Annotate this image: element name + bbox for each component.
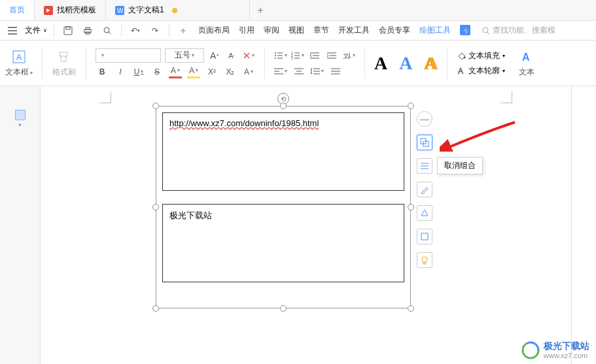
textbox-button[interactable]: A 文本框 xyxy=(5,48,33,78)
increase-indent-button[interactable] xyxy=(325,49,338,62)
svg-point-14 xyxy=(275,58,276,59)
separator xyxy=(264,48,265,79)
redo-button[interactable]: ↷ xyxy=(148,24,162,38)
textbox-2[interactable]: 极光下载站 xyxy=(162,204,404,282)
highlight-button[interactable]: A xyxy=(187,65,200,78)
menu-tab-reference[interactable]: 引用 xyxy=(239,25,254,36)
ribbon: A 文本框 格式刷 五号 A+ A- B I U S A A X² X₂ A xyxy=(0,41,596,86)
distribute-button[interactable] xyxy=(329,65,342,78)
text-style-a1[interactable]: A xyxy=(374,53,387,74)
line-spacing-button[interactable] xyxy=(311,65,324,78)
shape-tool-button[interactable] xyxy=(417,205,432,221)
increase-font-button[interactable]: A+ xyxy=(208,49,221,62)
resize-handle[interactable] xyxy=(152,204,159,210)
resize-handle[interactable] xyxy=(408,204,414,210)
save-button[interactable] xyxy=(61,24,75,38)
pen-tool-button[interactable] xyxy=(417,182,432,197)
separator xyxy=(447,48,447,79)
watermark-url: www.xz7.com xyxy=(544,352,589,360)
separator xyxy=(54,25,54,37)
svg-rect-3 xyxy=(64,27,72,35)
subscript-button[interactable]: X₂ xyxy=(224,65,237,78)
tab-home[interactable]: 首页 xyxy=(0,0,35,20)
text-style-a2[interactable]: A xyxy=(399,53,412,74)
italic-button[interactable]: I xyxy=(114,65,127,78)
svg-text:文: 文 xyxy=(343,52,349,59)
superscript-button[interactable]: X² xyxy=(205,65,219,78)
menu-tab-review[interactable]: 审阅 xyxy=(264,25,279,36)
tab-template[interactable]: 找稻壳模板 xyxy=(35,0,106,20)
format-badge[interactable]: ぅ xyxy=(460,25,470,35)
menu-tab-drawing[interactable]: 绘图工具 xyxy=(419,25,451,36)
bullet-list-button[interactable] xyxy=(274,49,287,62)
frame-tool-button[interactable] xyxy=(417,229,432,244)
separator xyxy=(121,25,122,37)
svg-text:A: A xyxy=(16,53,22,62)
document-canvas[interactable]: ⟲ http://www.xz7.com/downinfo/1985.html … xyxy=(41,86,571,364)
search-placeholder: 查找功能、搜索模 xyxy=(493,25,555,36)
annotation-arrow-icon xyxy=(440,119,518,152)
decrease-font-button[interactable]: A- xyxy=(225,49,238,62)
expand-button[interactable] xyxy=(176,24,190,38)
separator xyxy=(86,48,86,79)
bold-button[interactable]: B xyxy=(96,65,109,78)
font-size-select[interactable]: 五号 xyxy=(165,48,204,63)
font-family-select[interactable] xyxy=(96,48,161,63)
text-style-a3[interactable]: A xyxy=(424,53,437,74)
word-icon: W xyxy=(115,6,124,15)
number-list-button[interactable]: 123 xyxy=(291,49,304,62)
text-direction-button[interactable]: 文 xyxy=(342,49,355,62)
idea-tool-button[interactable] xyxy=(417,252,432,268)
align-tool-button[interactable] xyxy=(417,158,432,174)
resize-handle[interactable] xyxy=(408,103,414,109)
textbox-1[interactable]: http://www.xz7.com/downinfo/1985.html xyxy=(162,112,404,191)
align-button[interactable] xyxy=(274,65,287,78)
resize-handle[interactable] xyxy=(152,305,159,312)
font-color-button[interactable]: A xyxy=(169,65,182,78)
strike-button[interactable]: S xyxy=(150,65,164,78)
resize-handle[interactable] xyxy=(280,305,287,312)
menu-tab-view[interactable]: 视图 xyxy=(289,25,304,36)
docer-icon xyxy=(44,6,53,15)
floating-toolbar: — xyxy=(417,111,432,268)
undo-button[interactable]: ↶▾ xyxy=(128,24,143,38)
ribbon-tabs: 页面布局 引用 审阅 视图 章节 开发工具 会员专享 绘图工具 ぅ xyxy=(198,25,470,36)
svg-rect-6 xyxy=(86,27,90,29)
menu-tab-layout[interactable]: 页面布局 xyxy=(198,25,230,36)
change-case-button[interactable]: A xyxy=(242,65,255,78)
page-corner-icon xyxy=(500,91,512,103)
formatpainter-button[interactable]: 格式刷 xyxy=(52,48,77,78)
outline-icon: A xyxy=(457,66,466,75)
print-button[interactable] xyxy=(80,24,95,38)
search-box[interactable]: 查找功能、搜索模 xyxy=(482,25,555,36)
align-center-button[interactable] xyxy=(292,65,306,78)
outline-icon[interactable] xyxy=(15,110,26,120)
text-outline-button[interactable]: A文本轮廓▾ xyxy=(457,65,505,76)
decrease-indent-button[interactable] xyxy=(308,49,321,62)
selection-group[interactable]: ⟲ http://www.xz7.com/downinfo/1985.html … xyxy=(162,112,404,302)
ungroup-button[interactable] xyxy=(417,135,432,150)
paragraph-group: 123 文 xyxy=(274,49,355,78)
watermark-title: 极光下载站 xyxy=(544,340,589,352)
preview-button[interactable] xyxy=(100,24,114,38)
menu-tab-devtools[interactable]: 开发工具 xyxy=(338,25,370,36)
font-group: 五号 A+ A- B I U S A A X² X₂ A xyxy=(96,48,255,78)
hamburger-menu-button[interactable] xyxy=(5,24,20,38)
tab-add-button[interactable]: + xyxy=(250,0,271,20)
tab-doc[interactable]: W 文字文稿1 xyxy=(106,0,250,20)
text-fill-button[interactable]: 文本填充▾ xyxy=(457,50,505,61)
resize-handle[interactable] xyxy=(408,305,414,312)
resize-handle[interactable] xyxy=(152,103,159,109)
watermark: 极光下载站 www.xz7.com xyxy=(521,340,589,360)
collapse-button[interactable]: — xyxy=(417,111,432,127)
separator xyxy=(364,48,365,79)
text-effect-button[interactable]: A 文本 xyxy=(514,48,539,78)
file-menu-button[interactable]: 文件∨ xyxy=(25,25,47,36)
menu-tab-chapter[interactable]: 章节 xyxy=(313,25,329,36)
menu-tab-member[interactable]: 会员专享 xyxy=(379,25,410,36)
clear-format-button[interactable] xyxy=(242,49,255,62)
svg-text:W: W xyxy=(117,7,124,14)
resize-handle[interactable] xyxy=(280,103,287,109)
svg-point-8 xyxy=(104,27,109,33)
underline-button[interactable]: U xyxy=(132,65,145,78)
